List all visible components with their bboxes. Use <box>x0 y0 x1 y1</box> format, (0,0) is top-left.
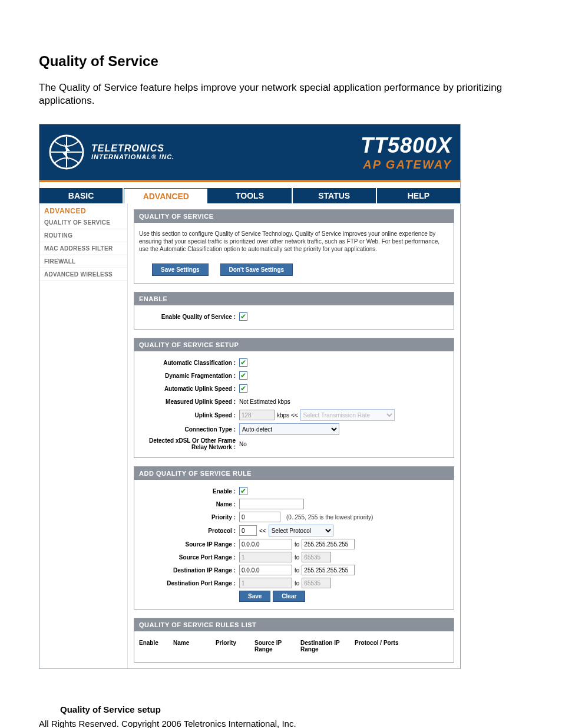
rule-protocol-select[interactable]: Select Protocol <box>269 525 333 536</box>
tab-tools[interactable]: TOOLS <box>208 188 292 203</box>
rules-hdr-name: Name <box>173 640 209 653</box>
rule-protocol-input[interactable] <box>239 525 257 536</box>
brand-block: TELETRONICS INTERNATIONAL® INC. <box>48 133 174 171</box>
detected-xdsl-value: No <box>239 441 247 447</box>
doc-footer: All Rights Reserved. Copyright 2006 Tele… <box>39 718 523 728</box>
auto-uplink-label: Automatic Uplink Speed : <box>139 386 239 392</box>
src-ip-from-input[interactable] <box>239 539 292 549</box>
enable-qos-checkbox[interactable]: ✔ <box>239 312 247 321</box>
doc-intro: The Quality of Service feature helps imp… <box>39 81 523 107</box>
rules-hdr-src: Source IP Range <box>254 640 293 653</box>
rule-name-input[interactable] <box>239 499 304 509</box>
enable-qos-label: Enable Quality of Service : <box>139 314 239 320</box>
measured-uplink-value: Not Estimated kbps <box>239 398 290 405</box>
panel-enable-title: ENABLE <box>134 292 454 305</box>
doc-sub-heading: Quality of Service setup <box>60 704 523 714</box>
rules-hdr-priority: Priority <box>216 640 247 653</box>
sidebar-heading: ADVANCED <box>39 203 127 216</box>
panel-setup: QUALITY OF SERVICE SETUP Automatic Class… <box>134 338 454 458</box>
product-tag: AP GATEWAY <box>361 158 452 172</box>
rule-priority-hint: (0..255, 255 is the lowest priority) <box>286 514 373 521</box>
brand-company-sub: INTERNATIONAL® INC. <box>91 154 174 161</box>
rule-enable-label: Enable : <box>139 488 239 495</box>
app-header: TELETRONICS INTERNATIONAL® INC. TT5800X … <box>39 124 460 180</box>
save-settings-button[interactable]: Save Settings <box>152 263 209 276</box>
panel-qos-top: QUALITY OF SERVICE Use this section to c… <box>134 209 454 284</box>
dyn-frag-label: Dynamic Fragmentation : <box>139 373 239 379</box>
main-content: QUALITY OF SERVICE Use this section to c… <box>128 203 460 668</box>
tab-status[interactable]: STATUS <box>293 188 377 203</box>
rule-clear-button[interactable]: Clear <box>273 591 305 602</box>
dst-port-from-input[interactable] <box>239 578 292 588</box>
to-word-2: to <box>295 554 299 561</box>
panel-enable: ENABLE Enable Quality of Service : ✔ <box>134 292 454 330</box>
conn-type-select[interactable]: Auto-detect <box>239 423 339 435</box>
src-port-label: Source Port Range : <box>139 554 239 561</box>
dst-ip-to-input[interactable] <box>302 565 355 575</box>
dst-port-to-input[interactable] <box>302 578 331 588</box>
doc-title: Quality of Service <box>39 53 523 70</box>
rule-enable-checkbox[interactable]: ✔ <box>239 487 247 495</box>
uplink-speed-label: Uplink Speed : <box>139 412 239 419</box>
tab-advanced[interactable]: ADVANCED <box>124 188 208 203</box>
panel-setup-title: QUALITY OF SERVICE SETUP <box>134 338 454 351</box>
panel-rules-title: QUALITY OF SERVICE RULES LIST <box>134 618 454 631</box>
rule-priority-label: Priority : <box>139 514 239 521</box>
conn-type-label: Connection Type : <box>139 426 239 433</box>
rules-hdr-pp: Protocol / Ports <box>355 640 398 653</box>
dst-port-label: Destination Port Range : <box>139 580 239 587</box>
dst-ip-label: Destination IP Range : <box>139 567 239 574</box>
rules-hdr-enable: Enable <box>139 640 166 653</box>
src-ip-to-input[interactable] <box>302 539 355 549</box>
auto-uplink-checkbox[interactable]: ✔ <box>239 384 247 393</box>
product-name: TT5800X <box>361 133 452 158</box>
auto-class-label: Automatic Classification : <box>139 360 239 366</box>
uplink-rate-select[interactable]: Select Transmission Rate <box>300 409 395 421</box>
footer-line1: All Rights Reserved. Copyright 2006 Tele… <box>39 718 523 728</box>
rule-priority-input[interactable] <box>239 512 280 522</box>
router-app-window: TELETRONICS INTERNATIONAL® INC. TT5800X … <box>39 124 461 669</box>
to-word-3: to <box>295 567 299 574</box>
product-block: TT5800X AP GATEWAY <box>361 133 452 172</box>
tab-basic[interactable]: BASIC <box>39 188 124 203</box>
sidebar-item-mac-filter[interactable]: MAC ADDRESS FILTER <box>39 242 127 255</box>
to-word-1: to <box>295 541 299 548</box>
auto-class-checkbox[interactable]: ✔ <box>239 358 247 367</box>
dyn-frag-checkbox[interactable]: ✔ <box>239 371 247 380</box>
uplink-speed-input[interactable] <box>239 410 275 420</box>
uplink-unit-label: kbps << <box>277 412 298 419</box>
sidebar-item-firewall[interactable]: FIREWALL <box>39 255 127 268</box>
rules-header-row: Enable Name Priority Source IP Range Des… <box>134 636 454 656</box>
sidebar-item-adv-wireless[interactable]: ADVANCED WIRELESS <box>39 268 127 281</box>
panel-add-rule: ADD QUALITY OF SERVICE RULE Enable : ✔ N… <box>134 466 454 610</box>
rule-protocol-label: Protocol : <box>139 528 239 534</box>
panel-qos-desc: Use this section to configure Quality of… <box>134 228 454 259</box>
src-port-from-input[interactable] <box>239 552 292 562</box>
detected-xdsl-label: Detected xDSL Or Other Frame Relay Netwo… <box>139 437 239 450</box>
sidebar: ADVANCED QUALITY OF SERVICE ROUTING MAC … <box>39 203 128 668</box>
main-tabs: BASIC ADVANCED TOOLS STATUS HELP <box>39 188 460 203</box>
sidebar-item-qos[interactable]: QUALITY OF SERVICE <box>39 216 127 229</box>
dont-save-settings-button[interactable]: Don't Save Settings <box>220 263 293 276</box>
src-ip-label: Source IP Range : <box>139 541 239 548</box>
rule-protocol-sep: << <box>259 528 266 534</box>
tab-help[interactable]: HELP <box>377 188 460 203</box>
brand-text: TELETRONICS INTERNATIONAL® INC. <box>91 144 174 160</box>
globe-logo-icon <box>48 133 85 171</box>
sidebar-item-routing[interactable]: ROUTING <box>39 229 127 242</box>
rule-name-label: Name : <box>139 501 239 508</box>
panel-add-rule-title: ADD QUALITY OF SERVICE RULE <box>134 467 454 480</box>
panel-rules-list: QUALITY OF SERVICE RULES LIST Enable Nam… <box>134 618 454 663</box>
src-port-to-input[interactable] <box>302 552 331 562</box>
measured-uplink-label: Measured Uplink Speed : <box>139 398 239 405</box>
to-word-4: to <box>295 580 299 587</box>
panel-qos-title: QUALITY OF SERVICE <box>134 210 454 223</box>
dst-ip-from-input[interactable] <box>239 565 292 575</box>
rule-save-button[interactable]: Save <box>239 591 270 602</box>
brand-company: TELETRONICS <box>91 143 164 153</box>
rules-hdr-dst: Destination IP Range <box>300 640 348 653</box>
